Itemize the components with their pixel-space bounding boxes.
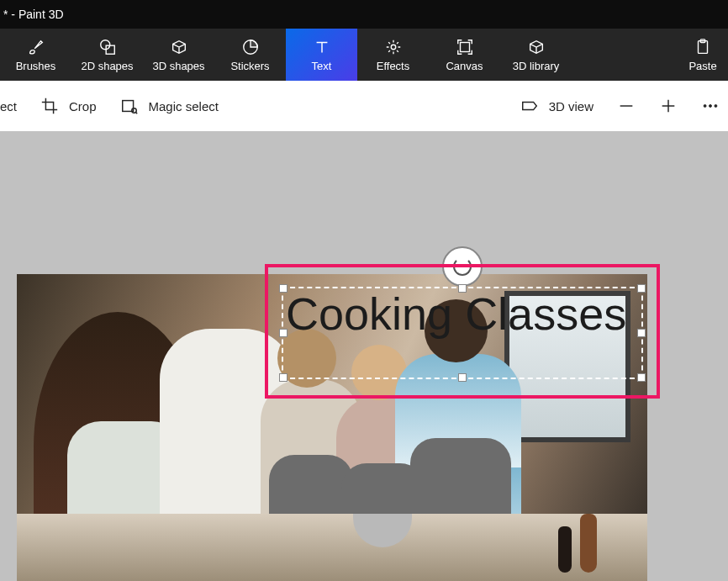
crop-icon: [40, 97, 59, 115]
resize-handle-tr[interactable]: [637, 284, 646, 293]
effects-button[interactable]: Effects: [357, 29, 429, 81]
canvas-icon: [456, 38, 474, 56]
stickers-icon: [241, 38, 260, 56]
magic-select-icon: [120, 97, 139, 115]
3d-shapes-button[interactable]: 3D shapes: [143, 29, 214, 81]
brush-icon: [27, 38, 45, 56]
resize-handle-bl[interactable]: [279, 373, 288, 382]
stickers-button[interactable]: Stickers: [214, 29, 286, 81]
main-toolbar: Brushes 2D shapes 3D shapes Stickers Tex…: [0, 29, 728, 81]
resize-handle-bm[interactable]: [458, 373, 467, 382]
title-bar: * - Paint 3D: [0, 0, 728, 29]
magic-select-button[interactable]: Magic select: [120, 97, 219, 115]
select-button[interactable]: ect: [0, 99, 17, 114]
svg-point-3: [391, 45, 396, 50]
paste-icon: [694, 38, 712, 56]
shape-3d-icon: [170, 38, 188, 56]
text-selection-box[interactable]: [282, 287, 643, 379]
shape-2d-icon: [98, 38, 117, 56]
view-3d-icon: [520, 97, 539, 115]
resize-handle-ml[interactable]: [279, 329, 288, 337]
canvas-area[interactable]: Cooking Classes: [0, 131, 728, 581]
svg-point-9: [704, 105, 706, 108]
text-icon: [313, 38, 331, 56]
paste-button[interactable]: Paste: [678, 29, 728, 81]
svg-point-11: [715, 105, 717, 108]
svg-rect-1: [106, 45, 114, 54]
svg-point-0: [100, 40, 109, 49]
window-title: * - Paint 3D: [3, 8, 64, 21]
effects-icon: [384, 38, 403, 56]
more-button[interactable]: [701, 97, 720, 115]
ellipsis-icon: [701, 97, 720, 115]
plus-icon: [659, 97, 678, 115]
resize-handle-tl[interactable]: [279, 284, 288, 293]
3d-view-button[interactable]: 3D view: [520, 97, 593, 115]
svg-rect-4: [460, 42, 469, 51]
resize-handle-tm[interactable]: [458, 284, 467, 293]
rotate-handle[interactable]: [442, 246, 483, 287]
canvas-button[interactable]: Canvas: [429, 29, 500, 81]
resize-handle-br[interactable]: [637, 373, 646, 382]
text-button[interactable]: Text: [286, 29, 357, 81]
resize-handle-mr[interactable]: [637, 329, 646, 337]
library-3d-icon: [527, 38, 546, 56]
minus-icon: [617, 97, 636, 115]
sub-toolbar: ect Crop Magic select 3D view: [0, 81, 728, 131]
3d-library-button[interactable]: 3D library: [500, 29, 572, 81]
crop-button[interactable]: Crop: [40, 97, 97, 115]
zoom-in-button[interactable]: [659, 97, 678, 115]
brushes-button[interactable]: Brushes: [0, 29, 71, 81]
svg-point-10: [710, 105, 712, 108]
zoom-out-button[interactable]: [617, 97, 636, 115]
2d-shapes-button[interactable]: 2D shapes: [71, 29, 143, 81]
